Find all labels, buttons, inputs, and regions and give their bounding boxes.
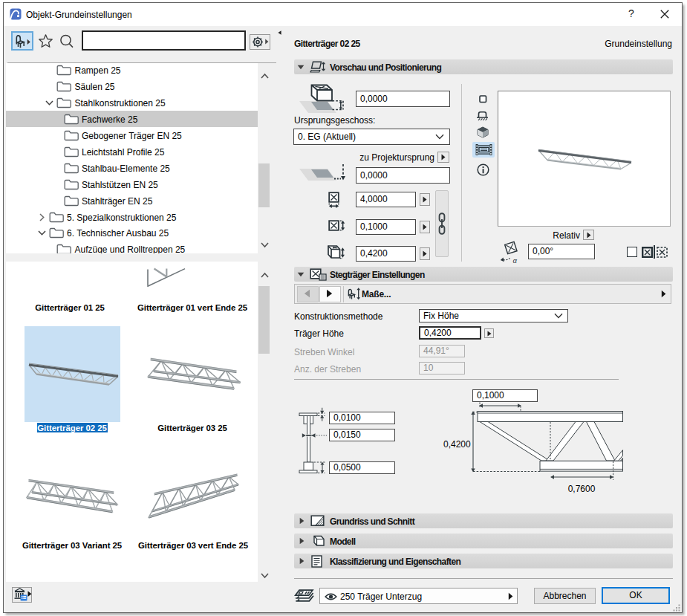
svg-text:α: α: [513, 256, 518, 264]
